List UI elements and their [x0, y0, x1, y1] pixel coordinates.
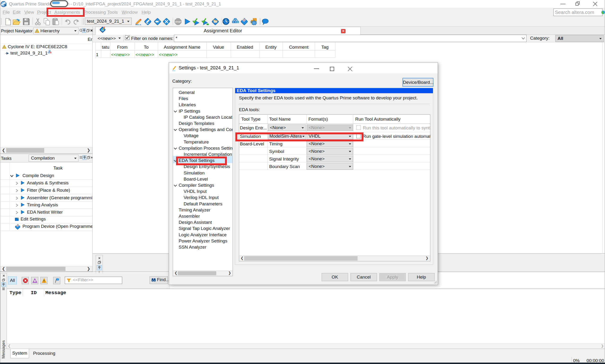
svg-text:STOP: STOP [175, 21, 181, 23]
